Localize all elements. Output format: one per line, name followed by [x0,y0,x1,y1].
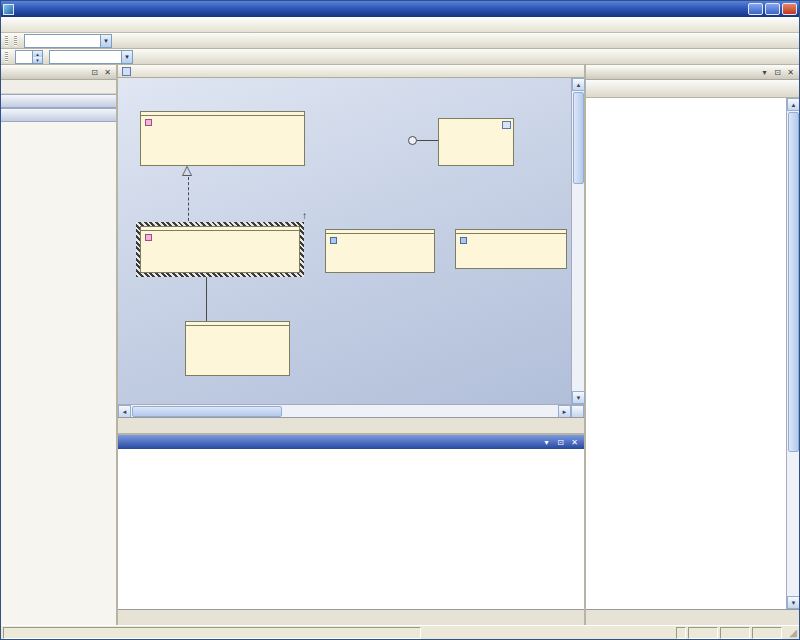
toolbar-grip[interactable] [14,35,17,46]
style-combo[interactable]: ▾ [49,50,133,64]
diagram-panel: △ ↑ [118,65,584,433]
node-body [456,233,566,268]
status-scrl [752,627,782,639]
chevron-down-icon[interactable]: ▾ [100,35,111,47]
scroll-down-icon[interactable]: ▼ [572,391,585,404]
toolbox-section-wsdl[interactable] [1,94,116,108]
element-browser-tree [118,449,584,609]
element-browser-header: ▾ ⊡ ✕ [118,435,584,449]
application-window: ▾ ▴▾ ▾ ⊡ ✕ [0,0,800,640]
close-icon[interactable]: ✕ [569,438,580,447]
diagram-canvas[interactable]: △ ↑ [118,78,571,404]
status-num [720,627,750,639]
scrollbar-thumb[interactable] [132,406,282,417]
app-icon [3,4,14,15]
uml-node-service[interactable] [185,321,290,376]
menu-bar [1,17,799,33]
diagram-icon [122,67,131,76]
pin-icon[interactable]: ⊡ [89,68,100,77]
more-tools-link[interactable] [1,80,116,94]
node-body [141,115,304,165]
uml-node-msg-response[interactable] [455,229,567,269]
toolbar-row-2: ▴▾ ▾ [1,49,799,65]
scrollbar-thumb[interactable] [788,112,799,452]
project-browser-toolbar [586,80,799,98]
attribute-icon [330,237,337,244]
diagram-tabs [118,417,584,433]
realization-connector[interactable] [188,177,189,226]
scroll-down-icon[interactable]: ▼ [787,596,800,609]
node-body [186,325,289,375]
center-column: △ ↑ [118,65,586,625]
uml-node-porttype[interactable] [140,111,305,166]
status-position [676,627,686,639]
node-body [141,230,299,272]
vertical-scrollbar[interactable]: ▲ ▼ [786,98,799,609]
spinner-buttons[interactable]: ▴▾ [32,51,42,63]
uml-node-msg-request[interactable] [325,229,435,273]
status-caps [688,627,718,639]
minimize-button[interactable] [748,3,763,15]
close-icon[interactable]: ✕ [785,68,796,77]
maximize-button[interactable] [765,3,780,15]
status-bar: ◢ [1,625,799,639]
project-browser-header: ▾ ⊡ ✕ [586,65,799,80]
operation-icon [145,119,152,126]
pin-icon[interactable]: ⊡ [772,68,783,77]
service-connector[interactable] [206,273,207,321]
close-icon[interactable]: ✕ [102,68,113,77]
chevron-down-icon[interactable]: ▾ [541,438,552,447]
component-icon [502,121,511,129]
status-selection [3,627,421,639]
spin-down-icon[interactable]: ▾ [33,57,42,63]
zoom-stepper[interactable]: ▴▾ [15,50,43,64]
chevron-down-icon[interactable]: ▾ [759,68,770,77]
scroll-up-icon[interactable]: ▲ [787,98,800,111]
resize-grip[interactable]: ◢ [784,627,797,638]
uml-node-binding[interactable] [140,226,300,273]
quicklink-arrow-icon[interactable]: ↑ [302,210,307,221]
scroll-up-icon[interactable]: ▲ [572,78,585,91]
main-area: ⊡ ✕ △ [1,65,799,625]
lollipop-connector[interactable] [417,140,438,141]
window-controls [748,3,797,15]
interface-lollipop-icon[interactable] [408,136,417,145]
close-button[interactable] [782,3,797,15]
diagram-header [118,65,584,78]
toolbox-header: ⊡ ✕ [1,65,116,80]
node-body [326,233,434,272]
project-browser-panel: ▾ ⊡ ✕ ▲ ▼ [586,65,799,625]
toolbox-panel: ⊡ ✕ [1,65,118,625]
title-bar[interactable] [1,1,799,17]
element-browser-tabs [118,609,584,625]
default-combo[interactable]: ▾ [24,34,112,48]
toolbox-section-common[interactable] [1,108,116,122]
chevron-down-icon[interactable]: ▾ [121,51,132,63]
toolbar-row-1: ▾ [1,33,799,49]
attribute-icon [460,237,467,244]
scrollbar-thumb[interactable] [573,92,584,184]
toolbar-grip[interactable] [5,51,8,62]
toolbar-grip[interactable] [5,35,8,46]
project-browser-tabs [586,609,799,625]
toolbox-common-grid [1,122,116,128]
horizontal-scrollbar[interactable]: ◄ ► [118,404,584,417]
project-browser-tree [586,98,786,609]
vertical-scrollbar[interactable]: ▲ ▼ [571,78,584,404]
operation-icon [145,234,152,241]
pin-icon[interactable]: ⊡ [555,438,566,447]
element-browser-panel: ▾ ⊡ ✕ [118,433,584,625]
uml-node-diagram-data[interactable] [438,118,514,166]
